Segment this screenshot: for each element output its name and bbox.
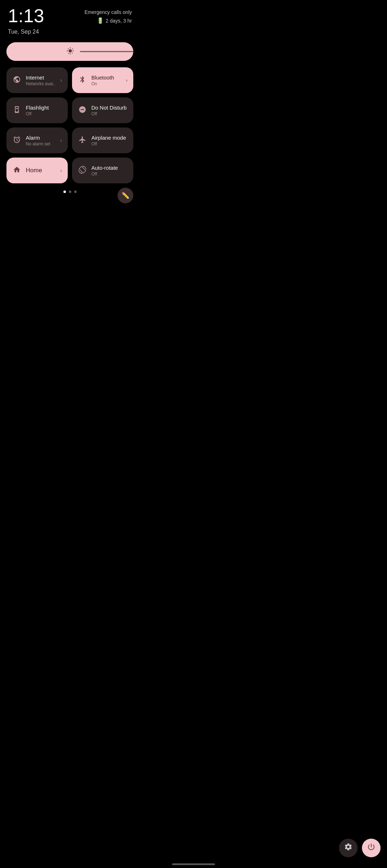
- home-icon: [12, 166, 22, 175]
- page-dot-3: [74, 191, 77, 193]
- internet-icon: [12, 76, 22, 85]
- bluetooth-chevron: ›: [126, 77, 128, 83]
- bluetooth-subtitle: On: [91, 81, 121, 86]
- alarm-subtitle: No alarm set: [26, 141, 56, 146]
- tile-dnd[interactable]: Do Not Disturb Off: [72, 97, 133, 123]
- tile-flashlight[interactable]: Flashlight Off: [6, 97, 68, 123]
- clock: 1:13: [8, 6, 44, 25]
- flashlight-content: Flashlight Off: [26, 105, 62, 116]
- status-right: Emergency calls only 🔋 2 days, 3 hr: [85, 6, 132, 24]
- alarm-symbol: [13, 136, 21, 144]
- flashlight-title: Flashlight: [26, 105, 62, 111]
- tile-alarm[interactable]: Alarm No alarm set ›: [6, 127, 68, 153]
- page-dot-1: [63, 191, 66, 193]
- bluetooth-content: Bluetooth On: [91, 74, 121, 86]
- airplane-subtitle: Off: [91, 141, 128, 146]
- tile-home[interactable]: Home ›: [6, 158, 68, 183]
- airplane-symbol: [78, 136, 86, 144]
- tile-bluetooth[interactable]: Bluetooth On ›: [72, 67, 133, 93]
- autorotate-subtitle: Off: [91, 172, 128, 177]
- date: Tue, Sep 24: [0, 28, 140, 42]
- autorotate-symbol: [78, 166, 86, 174]
- tile-autorotate[interactable]: Auto-rotate Off: [72, 158, 133, 183]
- dnd-title: Do Not Disturb: [91, 105, 128, 111]
- page-indicators: ✏️: [0, 183, 140, 197]
- dnd-symbol: [78, 106, 86, 114]
- status-bar: 1:13 Emergency calls only 🔋 2 days, 3 hr: [0, 0, 140, 28]
- tile-internet[interactable]: Internet Networks avai.. ›: [6, 67, 68, 93]
- brightness-container: [6, 42, 133, 61]
- flashlight-symbol: [13, 106, 21, 114]
- bluetooth-title: Bluetooth: [91, 74, 121, 81]
- home-chevron: ›: [60, 168, 62, 173]
- home-symbol: [13, 166, 21, 174]
- edit-button[interactable]: ✏️: [118, 188, 133, 203]
- autorotate-content: Auto-rotate Off: [91, 165, 128, 177]
- dnd-icon: [78, 106, 87, 115]
- airplane-icon: [78, 136, 87, 145]
- tile-airplane[interactable]: Airplane mode Off: [72, 127, 133, 153]
- page-dot-2: [69, 191, 71, 193]
- sun-icon: [66, 47, 74, 55]
- quick-settings-grid: Internet Networks avai.. › Bluetooth On …: [0, 67, 140, 183]
- autorotate-icon: [78, 166, 87, 175]
- brightness-slider[interactable]: [6, 42, 133, 61]
- emergency-text: Emergency calls only: [85, 9, 132, 15]
- autorotate-title: Auto-rotate: [91, 165, 128, 171]
- bluetooth-icon: [78, 76, 87, 85]
- brightness-icon: [66, 47, 74, 57]
- dnd-content: Do Not Disturb Off: [91, 105, 128, 116]
- globe-icon: [13, 76, 21, 83]
- battery-text: 2 days, 3 hr: [106, 18, 132, 24]
- flashlight-icon: [12, 106, 22, 115]
- battery-row: 🔋 2 days, 3 hr: [97, 17, 132, 24]
- airplane-title: Airplane mode: [91, 135, 128, 141]
- internet-subtitle: Networks avai..: [26, 81, 56, 86]
- internet-title: Internet: [26, 74, 56, 81]
- alarm-chevron: ›: [60, 138, 62, 143]
- battery-icon: 🔋: [97, 17, 104, 24]
- home-title: Home: [26, 167, 56, 174]
- bluetooth-symbol: [78, 76, 86, 83]
- dnd-subtitle: Off: [91, 111, 128, 116]
- home-content: Home: [26, 167, 56, 174]
- alarm-icon: [12, 136, 22, 145]
- airplane-content: Airplane mode Off: [91, 135, 128, 146]
- internet-chevron: ›: [60, 77, 62, 83]
- alarm-content: Alarm No alarm set: [26, 135, 56, 146]
- alarm-title: Alarm: [26, 135, 56, 141]
- internet-content: Internet Networks avai..: [26, 74, 56, 86]
- pencil-icon: ✏️: [121, 192, 129, 199]
- brightness-track: [80, 51, 133, 52]
- flashlight-subtitle: Off: [26, 111, 62, 116]
